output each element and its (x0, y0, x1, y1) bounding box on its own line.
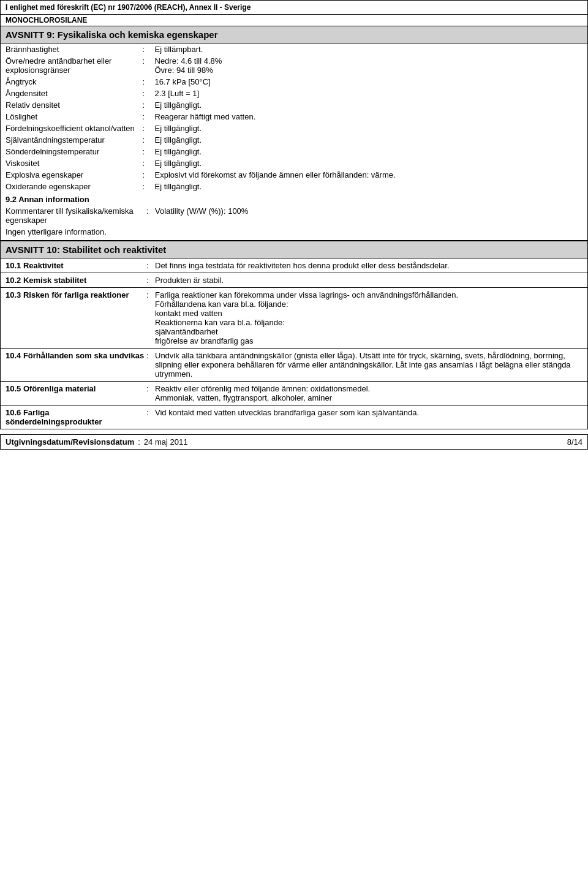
colon: : (146, 351, 155, 379)
section10-label-6: 10.6 Farliga sönderdelningsprodukter (6, 408, 146, 426)
prop-row-explosiva: Explosiva egenskaper : Explosivt vid för… (1, 169, 588, 181)
prop-row-viskositet: Viskositet : Ej tillgängligt. (1, 157, 588, 169)
section10-title: AVSNITT 10: Stabilitet och reaktivitet (6, 244, 166, 255)
section9-title: AVSNITT 9: Fysikaliska och kemiska egens… (6, 29, 218, 40)
kommentarer-row: Kommentarer till fysikaliska/kemiska ege… (1, 205, 587, 226)
section9-properties: Brännhastighet : Ej tillämpbart. Övre/ne… (0, 43, 588, 192)
prop-label: Övre/nedre antändbarhet eller explosions… (1, 55, 141, 76)
prop-row-sjalvantandning: Självantändningstemperatur : Ej tillgäng… (1, 134, 588, 146)
s10-3-line6: frigörelse av brandfarlig gas (155, 336, 253, 345)
s10-3-line4: Reaktionerna kan vara bl.a. följande: (155, 318, 285, 327)
page: I enlighet med föreskrift (EC) nr 1907/2… (0, 0, 588, 450)
prop-label: Fördelningskoefficient oktanol/vatten (1, 123, 141, 134)
kommentarer-value: Volatility (W/W (%)): 100% (155, 206, 582, 225)
prop-row-angdensitet: Ångdensitet : 2.3 [Luft = 1] (1, 88, 588, 99)
colon: : (146, 276, 155, 285)
s10-3-line5: självantändbarhet (155, 327, 218, 336)
section10-row-5: 10.5 Oförenliga material : Reaktiv eller… (1, 382, 587, 405)
prop-label: Ångdensitet (1, 88, 141, 99)
prop-value: Ej tillgängligt. (150, 123, 588, 134)
section10-label-2: 10.2 Kemisk stabilitet (6, 276, 146, 285)
prop-row-oxiderande: Oxiderande egenskaper : Ej tillgängligt. (1, 181, 588, 192)
section10-header: AVSNITT 10: Stabilitet och reaktivitet (0, 241, 588, 258)
prop-label: Löslighet (1, 111, 141, 123)
s10-5-line2: Ammoniak, vatten, flygtransport, alkohol… (155, 393, 332, 402)
colon: : (146, 384, 155, 402)
section10-value-6: Vid kontakt med vatten utvecklas brandfa… (155, 408, 582, 426)
prop-value: Reagerar häftigt med vatten. (150, 111, 588, 123)
colon: : (141, 181, 150, 192)
section10-row-1: 10.1 Reaktivitet : Det finns inga testda… (1, 258, 587, 273)
footer-date-value: 24 maj 2011 (144, 437, 188, 447)
section10-row-6: 10.6 Farliga sönderdelningsprodukter : V… (1, 405, 587, 429)
section10-value-1: Det finns inga testdata för reaktivitete… (155, 261, 582, 270)
colon: : (141, 55, 150, 76)
section10-value-4: Undvik alla tänkbara antändningskällor (… (155, 351, 582, 379)
colon: : (141, 99, 150, 111)
footer-colon: : (138, 437, 140, 447)
footer-page-info: 8/14 (567, 437, 582, 447)
kommentarer-label: Kommentarer till fysikaliska/kemiska ege… (6, 206, 146, 225)
prop-value: Explosivt vid förekomst av följande ämne… (150, 169, 588, 181)
s10-3-line3: kontakt med vatten (155, 309, 222, 318)
antand-line1: Nedre: 4.6 till 4.8% (155, 56, 222, 66)
prop-label: Brännhastighet (1, 43, 141, 55)
section10-label-4: 10.4 Förhållanden som ska undvikas (6, 351, 146, 379)
prop-value: Ej tillämpbart. (150, 43, 588, 55)
prop-row-sonderdelning: Sönderdelningstemperatur : Ej tillgängli… (1, 146, 588, 157)
section10-label-5: 10.5 Oförenliga material (6, 384, 146, 402)
top-header: I enlighet med föreskrift (EC) nr 1907/2… (0, 0, 588, 15)
prop-label: Sönderdelningstemperatur (1, 146, 141, 157)
prop-value: Ej tillgängligt. (150, 99, 588, 111)
prop-label: Ångtryck (1, 76, 141, 88)
section92: 9.2 Annan information Kommentarer till f… (0, 192, 588, 226)
prop-label: Explosiva egenskaper (1, 169, 141, 181)
prop-value: Ej tillgängligt. (150, 134, 588, 146)
section10-row-3: 10.3 Risken för farliga reaktioner : Far… (1, 288, 587, 349)
colon: : (146, 290, 155, 345)
colon: : (141, 88, 150, 99)
prop-value: Ej tillgängligt. (150, 157, 588, 169)
colon: : (146, 261, 155, 270)
sub-header: MONOCHLOROSILANE (0, 15, 588, 26)
prop-label: Självantändningstemperatur (1, 134, 141, 146)
colon: : (141, 76, 150, 88)
colon: : (141, 123, 150, 134)
section10-row-2: 10.2 Kemisk stabilitet : Produkten är st… (1, 273, 587, 288)
reach-header: I enlighet med föreskrift (EC) nr 1907/2… (6, 3, 251, 12)
prop-value: Nedre: 4.6 till 4.8% Övre: 94 till 98% (150, 55, 588, 76)
colon: : (146, 408, 155, 426)
prop-row-fordelning: Fördelningskoefficient oktanol/vatten : … (1, 123, 588, 134)
prop-value: 2.3 [Luft = 1] (150, 88, 588, 99)
prop-row-angtryck: Ångtryck : 16.7 kPa [50°C] (1, 76, 588, 88)
section9-header: AVSNITT 9: Fysikaliska och kemiska egens… (0, 26, 588, 43)
prop-value: Ej tillgängligt. (150, 181, 588, 192)
prop-value: 16.7 kPa [50°C] (150, 76, 588, 88)
s10-3-line2: Förhållandena kan vara bl.a. följande: (155, 300, 288, 309)
footer: Utgivningsdatum/Revisionsdatum : 24 maj … (0, 434, 588, 450)
prop-row-loslighet: Löslighet : Reagerar häftigt med vatten. (1, 111, 588, 123)
section10-label-1: 10.1 Reaktivitet (6, 261, 146, 270)
colon: : (141, 43, 150, 55)
section92-label: 9.2 Annan information (1, 192, 587, 205)
section10-row-4: 10.4 Förhållanden som ska undvikas : Und… (1, 349, 587, 382)
section10-value-3: Farliga reaktioner kan förekomma under v… (155, 290, 582, 345)
no-more-info: Ingen ytterligare information. (0, 226, 588, 241)
kommentarer-colon: : (146, 206, 155, 225)
footer-left: Utgivningsdatum/Revisionsdatum : 24 maj … (6, 437, 187, 447)
section10-value-2: Produkten är stabil. (155, 276, 582, 285)
prop-value: Ej tillgängligt. (150, 146, 588, 157)
prop-row-brannhastighet: Brännhastighet : Ej tillämpbart. (1, 43, 588, 55)
prop-label: Relativ densitet (1, 99, 141, 111)
prop-row-antandbarhet: Övre/nedre antändbarhet eller explosions… (1, 55, 588, 76)
colon: : (141, 111, 150, 123)
chemical-name: MONOCHLOROSILANE (6, 16, 87, 25)
colon: : (141, 134, 150, 146)
s10-5-line1: Reaktiv eller oförenlig med följande ämn… (155, 384, 370, 393)
section10-label-3: 10.3 Risken för farliga reaktioner (6, 290, 146, 345)
prop-row-relativ-densitet: Relativ densitet : Ej tillgängligt. (1, 99, 588, 111)
colon: : (141, 157, 150, 169)
section10-value-5: Reaktiv eller oförenlig med följande ämn… (155, 384, 582, 402)
prop-label: Viskositet (1, 157, 141, 169)
colon: : (141, 146, 150, 157)
